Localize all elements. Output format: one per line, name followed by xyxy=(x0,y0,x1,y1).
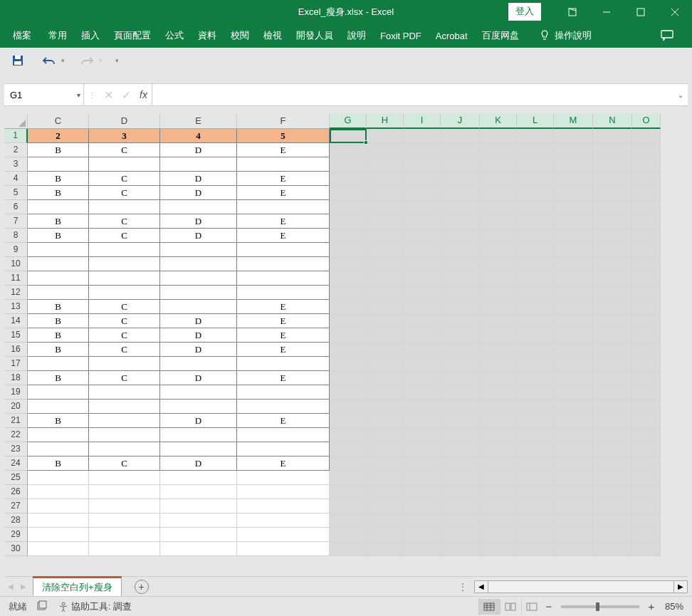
cell[interactable] xyxy=(517,357,554,371)
cell[interactable] xyxy=(28,428,89,442)
ribbon-tab[interactable]: 檢視 xyxy=(256,24,289,48)
cell[interactable] xyxy=(404,129,441,143)
cell[interactable]: B xyxy=(28,328,89,343)
ribbon-tab[interactable]: 公式 xyxy=(158,24,191,48)
cell[interactable] xyxy=(404,286,441,300)
cell[interactable]: C xyxy=(89,172,160,186)
ellipsis-icon[interactable]: ⋮ xyxy=(88,91,95,99)
cell[interactable] xyxy=(480,314,517,328)
cell[interactable] xyxy=(404,357,441,371)
cell[interactable]: 2 xyxy=(28,129,89,143)
cell[interactable] xyxy=(367,371,404,385)
cell[interactable]: B xyxy=(28,314,89,328)
cell[interactable] xyxy=(160,385,237,400)
cell[interactable] xyxy=(367,528,404,542)
row-header[interactable]: 3 xyxy=(4,157,28,172)
row-header[interactable]: 11 xyxy=(4,271,28,286)
cell[interactable] xyxy=(330,257,367,271)
ribbon-tab[interactable]: 說明 xyxy=(340,24,373,48)
cell[interactable] xyxy=(237,400,330,414)
cell[interactable]: C xyxy=(89,143,160,157)
cell[interactable] xyxy=(632,243,661,257)
cell[interactable] xyxy=(554,400,593,414)
cell[interactable] xyxy=(330,485,367,499)
cell[interactable] xyxy=(330,513,367,528)
cell[interactable] xyxy=(593,400,632,414)
cell[interactable]: D xyxy=(160,186,237,200)
cell[interactable] xyxy=(517,257,554,271)
cell[interactable] xyxy=(367,471,404,485)
cell[interactable] xyxy=(404,343,441,357)
cell[interactable] xyxy=(330,286,367,300)
cell[interactable] xyxy=(441,456,480,471)
cell[interactable] xyxy=(593,214,632,229)
cell[interactable] xyxy=(160,257,237,271)
cell[interactable] xyxy=(441,528,480,542)
cell[interactable] xyxy=(160,528,237,542)
cell[interactable] xyxy=(517,271,554,286)
cell[interactable] xyxy=(480,243,517,257)
cell[interactable] xyxy=(330,200,367,214)
cell[interactable] xyxy=(517,371,554,385)
cell[interactable]: B xyxy=(28,371,89,385)
cell[interactable] xyxy=(367,513,404,528)
page-layout-view-button[interactable] xyxy=(500,599,521,615)
cell[interactable] xyxy=(160,442,237,456)
cell[interactable] xyxy=(330,243,367,257)
ribbon-tab[interactable]: Foxit PDF xyxy=(373,24,429,48)
column-header[interactable]: K xyxy=(480,113,517,129)
cell[interactable] xyxy=(237,542,330,556)
cell[interactable] xyxy=(441,542,480,556)
name-box[interactable]: G1 ▾ xyxy=(4,84,84,105)
cell[interactable] xyxy=(28,442,89,456)
cell[interactable] xyxy=(441,229,480,243)
cell[interactable] xyxy=(517,300,554,314)
row-header[interactable]: 29 xyxy=(4,528,28,542)
ribbon-tab[interactable]: 常用 xyxy=(41,24,74,48)
close-button[interactable] xyxy=(658,0,692,24)
cell[interactable] xyxy=(441,143,480,157)
cell[interactable] xyxy=(517,442,554,456)
cell[interactable] xyxy=(632,442,661,456)
cell[interactable] xyxy=(367,300,404,314)
cell[interactable] xyxy=(593,243,632,257)
cell[interactable] xyxy=(593,428,632,442)
cell[interactable] xyxy=(632,129,661,143)
cell[interactable] xyxy=(404,200,441,214)
column-header[interactable]: E xyxy=(160,113,237,129)
cell[interactable]: D xyxy=(160,343,237,357)
column-header[interactable]: F xyxy=(237,113,330,129)
cell[interactable] xyxy=(517,513,554,528)
cell[interactable] xyxy=(480,129,517,143)
cell[interactable] xyxy=(554,414,593,428)
select-all-corner[interactable] xyxy=(4,113,28,129)
cell[interactable]: B xyxy=(28,143,89,157)
cell[interactable] xyxy=(330,186,367,200)
cell[interactable] xyxy=(554,471,593,485)
cell[interactable] xyxy=(330,357,367,371)
qat-customize-icon[interactable]: ▾ xyxy=(115,57,119,64)
cell[interactable] xyxy=(517,499,554,513)
cell[interactable] xyxy=(237,271,330,286)
cell[interactable] xyxy=(330,328,367,343)
cell[interactable] xyxy=(404,300,441,314)
cell[interactable] xyxy=(367,129,404,143)
sheet-tab-active[interactable]: 清除空白列+瘦身 xyxy=(33,578,122,598)
cell[interactable] xyxy=(632,471,661,485)
cell[interactable] xyxy=(367,271,404,286)
page-break-view-button[interactable] xyxy=(521,599,542,615)
cell[interactable] xyxy=(367,314,404,328)
cell[interactable] xyxy=(237,257,330,271)
cell[interactable] xyxy=(593,456,632,471)
cell[interactable] xyxy=(517,400,554,414)
normal-view-button[interactable] xyxy=(478,599,500,615)
cell[interactable] xyxy=(593,300,632,314)
accessibility-status[interactable]: 協助工具: 調查 xyxy=(58,600,132,613)
cell[interactable] xyxy=(89,200,160,214)
cell[interactable] xyxy=(404,414,441,428)
cell[interactable] xyxy=(632,143,661,157)
cell[interactable] xyxy=(517,172,554,186)
cell[interactable] xyxy=(554,499,593,513)
cell[interactable] xyxy=(441,385,480,400)
cell[interactable] xyxy=(593,499,632,513)
